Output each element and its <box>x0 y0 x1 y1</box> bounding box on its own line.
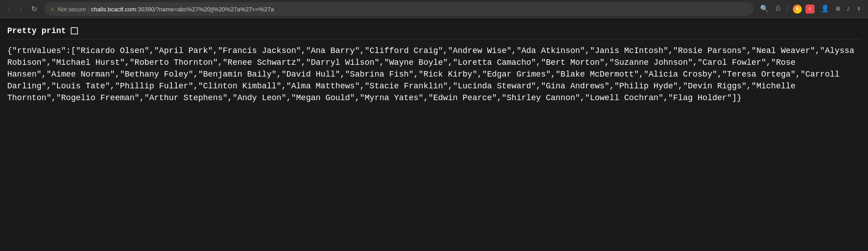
browser-actions: 🔍 ⎙ | B ! <box>758 3 815 15</box>
pretty-print-label: Pretty print <box>7 26 66 35</box>
address-domain: challs.bcactf.com <box>91 6 136 13</box>
zoom-icon[interactable]: 🔍 <box>758 3 771 15</box>
extension-icon-2[interactable]: ⊞ <box>834 3 842 15</box>
toolbar-divider: | <box>786 5 789 13</box>
pretty-print-checkbox[interactable] <box>71 27 78 34</box>
address-path: :30390/?name=abc%27%20||%20%27a%27==%27a <box>136 6 274 13</box>
address-bar[interactable]: ⚠ Not secure | challs.bcactf.com:30390/?… <box>44 2 754 16</box>
share-icon[interactable]: ⎙ <box>774 3 782 14</box>
alert-icon[interactable]: ! <box>805 5 815 14</box>
browser-chrome: ‹ › ↻ ⚠ Not secure | challs.bcactf.com:3… <box>0 0 868 18</box>
extension-icon-1[interactable]: 👤 <box>819 3 831 15</box>
not-secure-label: Not secure <box>58 6 86 13</box>
address-divider: | <box>87 5 89 13</box>
pretty-print-bar: Pretty print <box>7 23 861 39</box>
extension-icon-4[interactable]: ⬇ <box>855 3 863 15</box>
json-output: {"rtnValues":["Ricardo Olsen","April Par… <box>7 45 861 104</box>
reload-button[interactable]: ↻ <box>29 3 40 15</box>
forward-button[interactable]: › <box>17 3 24 15</box>
security-warning-icon: ⚠ <box>51 5 54 12</box>
address-bar-text: Not secure | challs.bcactf.com:30390/?na… <box>58 5 274 13</box>
extension-icon-3[interactable]: ♪ <box>844 3 852 14</box>
page-content: Pretty print {"rtnValues":["Ricardo Olse… <box>0 18 868 108</box>
brave-shield-icon[interactable]: B <box>793 5 802 14</box>
nav-buttons: ‹ › ↻ <box>5 3 40 15</box>
back-button[interactable]: ‹ <box>5 3 13 15</box>
toolbar-extension-icons: 👤 ⊞ ♪ ⬇ <box>819 3 863 15</box>
